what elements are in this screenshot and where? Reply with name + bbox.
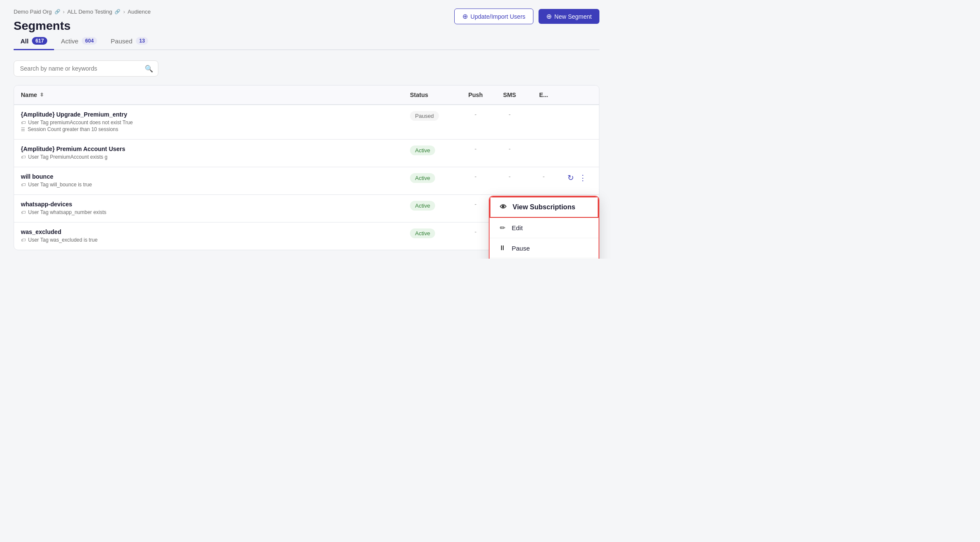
segment-name-3[interactable]: whatsapp-devices	[21, 201, 396, 208]
search-input[interactable]	[14, 60, 158, 77]
breadcrumb: Demo Paid Org 🔗 › ALL Demo Testing 🔗 › A…	[14, 9, 151, 15]
segment-tag-2-0: 🏷 User Tag will_bounce is true	[21, 182, 396, 188]
segment-name-2[interactable]: will bounce	[21, 173, 396, 180]
cell-push-4: -	[458, 223, 493, 250]
segment-tag-3-0: 🏷 User Tag whatsapp_number exists	[21, 209, 396, 215]
tag-icon: 🏷	[21, 120, 26, 125]
tabs-container: All 617 Active 604 Paused 13	[14, 33, 599, 50]
search-icon: 🔍	[145, 65, 153, 73]
cell-email-1	[527, 140, 561, 167]
tab-active-badge: 604	[82, 37, 97, 45]
cell-push-0: -	[458, 105, 493, 140]
menu-item-pause[interactable]: ⏸ Pause	[490, 238, 599, 258]
new-segment-button[interactable]: ⊕ New Segment	[539, 9, 599, 24]
breadcrumb-current: Audience	[128, 9, 151, 15]
status-badge-4: Active	[410, 228, 435, 238]
segment-name-4[interactable]: was_excluded	[21, 228, 396, 235]
tab-paused-label: Paused	[111, 37, 132, 45]
header-actions: ⊕ Update/Import Users ⊕ New Segment	[454, 9, 599, 24]
segment-tag-0-0: 🏷 User Tag premiumAccount does not exist…	[21, 120, 396, 126]
page-container: Demo Paid Org 🔗 › ALL Demo Testing 🔗 › A…	[0, 0, 613, 259]
status-badge-1: Active	[410, 145, 435, 155]
col-header-sms: SMS	[493, 86, 527, 105]
breadcrumb-link-icon-0: 🔗	[54, 9, 60, 14]
segment-tag-0-1: ☰ Session Count greater than 10 sessions	[21, 126, 396, 132]
import-users-button[interactable]: ⊕ Update/Import Users	[454, 9, 533, 24]
cell-status-1: Active	[403, 140, 458, 167]
menu-item-edit[interactable]: ✏ Edit	[490, 218, 599, 238]
tab-all-label: All	[20, 37, 29, 45]
edit-icon: ✏	[498, 224, 507, 232]
cell-push-2: -	[458, 167, 493, 195]
page-title: Segments	[14, 19, 151, 33]
cell-email-2: -	[527, 167, 561, 195]
menu-item-set-default[interactable]: ✳ Set as Default	[490, 258, 599, 259]
tag-icon: 🏷	[21, 237, 26, 242]
col-header-status: Status	[403, 86, 458, 105]
col-header-name: Name ⬍	[14, 86, 403, 105]
tab-paused-badge: 13	[136, 37, 148, 45]
segment-name-0[interactable]: {Amplitude} Upgrade_Premium_entry	[21, 111, 396, 118]
table-row: will bounce 🏷 User Tag will_bounce is tr…	[14, 167, 599, 195]
cell-status-3: Active	[403, 195, 458, 223]
breadcrumb-demo[interactable]: ALL Demo Testing	[67, 9, 112, 15]
segment-name-1[interactable]: {Amplitude} Premium Account Users	[21, 145, 396, 152]
tag-icon: 🏷	[21, 182, 26, 187]
cell-actions-1	[561, 140, 599, 167]
cell-name-4: was_excluded 🏷 User Tag was_excluded is …	[14, 223, 403, 250]
cell-status-2: Active	[403, 167, 458, 195]
tab-all[interactable]: All 617	[14, 33, 54, 50]
cell-push-1: -	[458, 140, 493, 167]
sort-icon: ⬍	[40, 92, 44, 98]
breadcrumb-org[interactable]: Demo Paid Org	[14, 9, 52, 15]
cell-sms-1: -	[493, 140, 527, 167]
col-header-email: E...	[527, 86, 561, 105]
refresh-icon-2[interactable]: ↻	[567, 173, 574, 183]
context-menu: 👁 View Subscriptions ✏ Edit ⏸ Pause ✳ Se…	[489, 196, 599, 259]
breadcrumb-link-icon-1: 🔗	[115, 9, 120, 14]
plus-circle-icon: ⊕	[462, 12, 468, 20]
cell-email-0	[527, 105, 561, 140]
col-header-actions	[561, 86, 599, 105]
segment-tag-1-0: 🏷 User Tag PremiumAccount exists g	[21, 154, 396, 160]
cell-name-0: {Amplitude} Upgrade_Premium_entry 🏷 User…	[14, 105, 403, 140]
menu-item-view-subscriptions[interactable]: 👁 View Subscriptions	[490, 197, 599, 218]
segment-tag-4-0: 🏷 User Tag was_excluded is true	[21, 237, 396, 243]
plus-circle-icon-2: ⊕	[546, 12, 552, 20]
tag-icon: 🏷	[21, 210, 26, 215]
tab-active[interactable]: Active 604	[54, 33, 104, 50]
eye-icon: 👁	[499, 203, 507, 211]
cell-actions-0	[561, 105, 599, 140]
cell-sms-0: -	[493, 105, 527, 140]
cell-name-2: will bounce 🏷 User Tag will_bounce is tr…	[14, 167, 403, 195]
table-row: {Amplitude} Upgrade_Premium_entry 🏷 User…	[14, 105, 599, 140]
cell-name-3: whatsapp-devices 🏷 User Tag whatsapp_num…	[14, 195, 403, 223]
status-badge-0: Paused	[410, 111, 439, 121]
tag-icon: 🏷	[21, 154, 26, 160]
table-row: {Amplitude} Premium Account Users 🏷 User…	[14, 140, 599, 167]
status-badge-2: Active	[410, 173, 435, 183]
cell-status-0: Paused	[403, 105, 458, 140]
cell-name-1: {Amplitude} Premium Account Users 🏷 User…	[14, 140, 403, 167]
more-menu-icon-2[interactable]: ⋮	[579, 173, 587, 183]
list-icon: ☰	[21, 127, 25, 132]
cell-push-3: -	[458, 195, 493, 223]
cell-sms-2: -	[493, 167, 527, 195]
cell-status-4: Active	[403, 223, 458, 250]
tab-all-badge: 617	[32, 37, 47, 45]
status-badge-3: Active	[410, 201, 435, 211]
pause-icon: ⏸	[498, 244, 507, 252]
col-header-push: Push	[458, 86, 493, 105]
tab-paused[interactable]: Paused 13	[104, 33, 155, 50]
search-container: 🔍	[14, 60, 599, 77]
tab-active-label: Active	[61, 37, 78, 45]
cell-actions-2: ↻ ⋮	[561, 167, 599, 195]
